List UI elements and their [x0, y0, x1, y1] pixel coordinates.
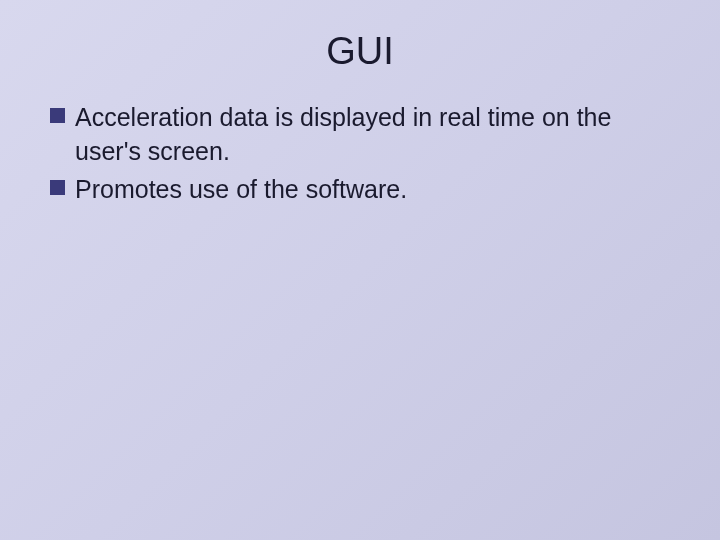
bullet-text: Acceleration data is displayed in real t…: [75, 101, 670, 169]
square-bullet-icon: [50, 108, 65, 123]
slide-title: GUI: [50, 30, 670, 73]
square-bullet-icon: [50, 180, 65, 195]
list-item: Promotes use of the software.: [50, 173, 670, 207]
bullet-list: Acceleration data is displayed in real t…: [50, 101, 670, 206]
slide-container: GUI Acceleration data is displayed in re…: [0, 0, 720, 540]
list-item: Acceleration data is displayed in real t…: [50, 101, 670, 169]
bullet-text: Promotes use of the software.: [75, 173, 407, 207]
